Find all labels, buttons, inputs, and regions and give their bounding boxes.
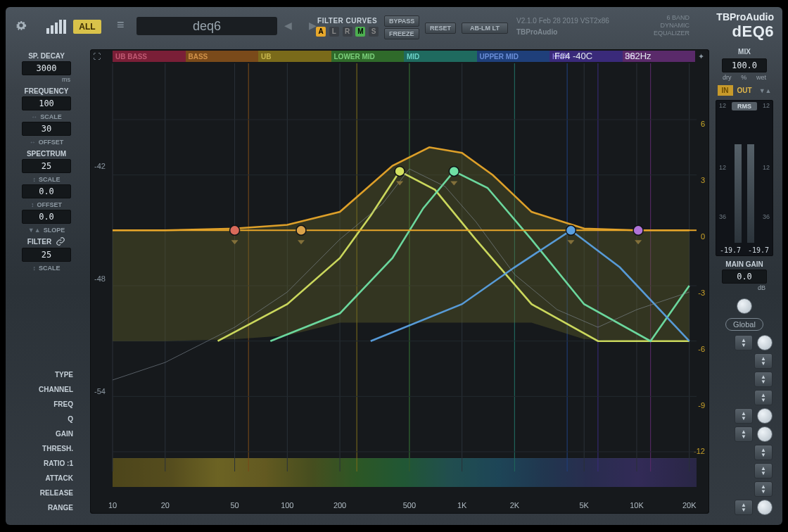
sp-decay-input[interactable]: 3000 bbox=[22, 61, 71, 75]
param-gain: GAIN bbox=[10, 426, 83, 441]
horiz-arrows-icon: ↔ bbox=[30, 139, 36, 146]
frequency-label: FREQUENCY bbox=[10, 87, 83, 95]
db-unit: dB bbox=[711, 284, 765, 291]
stepper[interactable] bbox=[754, 390, 773, 405]
round-button[interactable] bbox=[757, 500, 773, 515]
eq-curves[interactable] bbox=[90, 49, 709, 514]
param-release: RELEASE bbox=[10, 486, 83, 500]
main-gain-label: MAIN GAIN bbox=[711, 260, 778, 268]
preset-name-display[interactable]: deq6 bbox=[136, 17, 277, 35]
menu-icon[interactable]: ≡ bbox=[117, 20, 125, 30]
curve-s-button[interactable]: S bbox=[369, 27, 379, 37]
band-node[interactable] bbox=[395, 166, 405, 176]
stepper[interactable] bbox=[754, 372, 773, 387]
stepper[interactable] bbox=[735, 426, 753, 442]
all-bands-button[interactable]: ALL bbox=[73, 20, 101, 34]
curve-m-button[interactable]: M bbox=[355, 27, 365, 37]
settings-icon[interactable] bbox=[15, 20, 27, 32]
round-button[interactable] bbox=[757, 426, 773, 442]
mix-label: MIX bbox=[711, 48, 778, 56]
version-label: V2.1.0 Feb 28 2019 VST2x86 bbox=[516, 17, 609, 25]
param-range: RANGE bbox=[10, 500, 83, 515]
level-meter: 12 12 RMS 12 12 36 36 -19.7 -19.7 bbox=[716, 100, 773, 256]
band-node[interactable] bbox=[449, 166, 459, 176]
freeze-button[interactable]: FREEZE bbox=[384, 28, 419, 39]
curve-r-button[interactable]: R bbox=[343, 27, 352, 37]
scale-label-1: SCALE bbox=[40, 113, 62, 120]
vert-arrows-icon: ↕ bbox=[32, 265, 36, 272]
band-node[interactable] bbox=[296, 225, 306, 235]
param-attack: ATTACK bbox=[10, 471, 83, 486]
band-node[interactable] bbox=[633, 225, 643, 235]
vert-arrows-icon: ↕ bbox=[31, 201, 34, 208]
curve-a-button[interactable]: A bbox=[316, 27, 326, 37]
dry-label: dry bbox=[723, 74, 732, 81]
global-button[interactable]: Global bbox=[725, 318, 763, 331]
main-gain-input[interactable]: 0.0 bbox=[722, 270, 767, 284]
offset-label-1: OFFSET bbox=[39, 139, 64, 146]
link-icon[interactable] bbox=[56, 236, 65, 246]
offset-label-2: OFFSET bbox=[37, 201, 63, 208]
stepper[interactable] bbox=[754, 481, 773, 497]
reset-button[interactable]: RESET bbox=[425, 23, 456, 34]
product-logo: TBProAudio dEQ6 bbox=[716, 11, 774, 41]
sp-decay-label: SP. DECAY bbox=[10, 52, 83, 60]
band-param-labels: TYPECHANNELFREQQGAINTHRESH.RATIO :1ATTAC… bbox=[10, 367, 83, 515]
filter-label: FILTER bbox=[27, 238, 51, 246]
param-type: TYPE bbox=[10, 367, 83, 382]
round-button[interactable] bbox=[757, 335, 773, 350]
preset-prev-icon[interactable]: ◀ bbox=[284, 20, 299, 31]
curve-l-button[interactable]: L bbox=[329, 27, 339, 37]
tagline-label: 6 BAND DYNAMIC EQUALIZER bbox=[654, 14, 690, 37]
spectrum-label: SPECTRUM bbox=[10, 150, 83, 158]
spectrum-offset-input[interactable]: 0.0 bbox=[22, 210, 71, 224]
mix-input[interactable]: 100.0 bbox=[722, 58, 767, 72]
vert-arrows-icon: ↕ bbox=[32, 176, 36, 183]
spectrum-scale-input[interactable]: 0.0 bbox=[22, 184, 71, 198]
param-thresh: THRESH. bbox=[10, 441, 83, 456]
horiz-arrows-icon: ↔ bbox=[31, 113, 37, 120]
scale-label-3: SCALE bbox=[39, 265, 61, 272]
spectrum-input[interactable]: 25 bbox=[22, 159, 71, 173]
sp-decay-unit: ms bbox=[10, 76, 70, 83]
bypass-button[interactable]: BYPASS bbox=[384, 15, 419, 27]
dropdown-icon[interactable]: ▼▲ bbox=[759, 87, 772, 94]
meter-readout-l: -19.7 bbox=[720, 246, 741, 254]
stepper[interactable] bbox=[735, 408, 753, 424]
stepper[interactable] bbox=[735, 335, 753, 350]
stepper[interactable] bbox=[754, 463, 773, 479]
filter-curves-label: FILTER CURVES bbox=[315, 17, 379, 25]
param-freq: FREQ bbox=[10, 397, 83, 412]
rms-button[interactable]: RMS bbox=[732, 102, 757, 110]
param-q: Q bbox=[10, 412, 83, 426]
freq-scale-input[interactable]: 30 bbox=[22, 122, 71, 136]
stepper[interactable] bbox=[735, 500, 753, 515]
in-out-toggle[interactable]: IN OUT bbox=[718, 85, 756, 96]
brand-link[interactable]: TBProAudio bbox=[516, 28, 557, 36]
param-channel: CHANNEL bbox=[10, 382, 83, 397]
round-button[interactable] bbox=[757, 408, 773, 424]
snapshot-button[interactable] bbox=[737, 298, 752, 314]
meter-readout-r: -19.7 bbox=[748, 246, 769, 254]
scale-label-2: SCALE bbox=[39, 176, 61, 183]
slope-label: SLOPE bbox=[44, 227, 65, 234]
param-ratio: RATIO :1 bbox=[10, 456, 83, 471]
pct-label: % bbox=[741, 74, 746, 81]
stepper[interactable] bbox=[754, 445, 773, 460]
ablm-button[interactable]: AB-LM LT bbox=[462, 23, 508, 34]
wet-label: wet bbox=[756, 74, 766, 81]
frequency-input[interactable]: 100 bbox=[22, 96, 71, 110]
band-node[interactable] bbox=[230, 225, 240, 235]
spectrum-mode-icon[interactable] bbox=[46, 20, 68, 34]
filter-input[interactable]: 25 bbox=[22, 248, 71, 262]
stepper[interactable] bbox=[754, 353, 773, 369]
eq-graph[interactable]: ⛶ ✦ UB BASSBASSUBLOWER MIDMIDUPPER MIDHI… bbox=[90, 49, 709, 514]
band-node[interactable] bbox=[566, 225, 576, 235]
